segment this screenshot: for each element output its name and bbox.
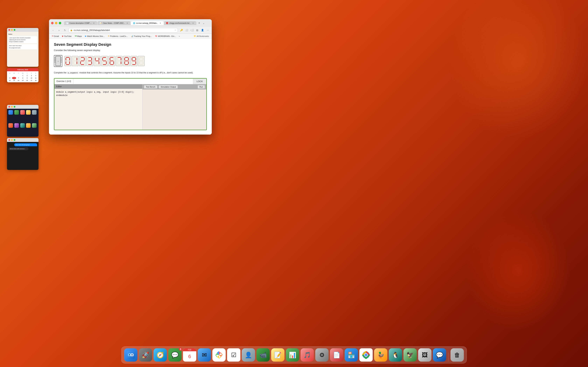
- refresh-button[interactable]: ↻: [63, 28, 67, 33]
- bookmark-leetcode[interactable]: ⚙ Problems - LeetCo...: [107, 35, 129, 38]
- tab-chegg[interactable]: C chegg.com/homework-hel... ✕: [164, 21, 196, 25]
- dock-numbers[interactable]: 📊: [286, 348, 299, 362]
- svg-rect-64: [121, 61, 121, 64]
- dock-contacts[interactable]: 👤: [242, 348, 255, 362]
- share-icon[interactable]: ↑⬜: [190, 28, 194, 33]
- output-toolbar: Test Bench Simulation Output Run: [142, 84, 206, 90]
- profile-icon[interactable]: 👤: [200, 28, 205, 33]
- svg-rect-56: [110, 61, 110, 64]
- calendar-thumbnail[interactable]: February 2023 S M T W T F S 1 2 3 4 5 6 …: [7, 68, 38, 82]
- svg-rect-14: [66, 61, 66, 64]
- tab-close-4[interactable]: ✕: [192, 22, 194, 24]
- all-bookmarks-button[interactable]: 📁 All Bookmarks: [193, 35, 210, 38]
- bookmark-movies[interactable]: ▶ Watch Movies Stre...: [84, 35, 106, 38]
- more-icon[interactable]: ⋯: [206, 28, 210, 33]
- dock-messages-blue[interactable]: 💬: [433, 348, 446, 362]
- exercise-header: Exercise 1 [4.0] LOCK: [54, 79, 206, 84]
- maximize-button[interactable]: [59, 22, 61, 24]
- bookmark-workbrain[interactable]: 🧠 WORKBRAIN - Em...: [154, 35, 177, 38]
- svg-rect-57: [113, 61, 114, 64]
- dock-system-prefs[interactable]: ⚙: [315, 348, 329, 362]
- dock-cyberduck-3[interactable]: 🦅: [404, 348, 417, 362]
- minimize-btn[interactable]: [11, 29, 13, 31]
- password-icon[interactable]: 🔑: [179, 28, 184, 33]
- traffic-lights: [51, 22, 61, 24]
- dock-stickies[interactable]: 📝: [271, 348, 285, 362]
- bookmark-icon[interactable]: ☆: [174, 29, 176, 31]
- tab-class-notes[interactable]: 📝 Class Notes - COMP-2002... ✕: [97, 21, 130, 25]
- close-button[interactable]: [51, 22, 53, 24]
- lock-button[interactable]: LOCK: [193, 79, 206, 84]
- editor-content[interactable]: module a_segment(output logic a_seg, inp…: [54, 89, 142, 130]
- svg-rect-41: [95, 61, 99, 61]
- tab-lab4[interactable]: 🌐 cs.mun.ca/wsgi_2003/labs... ✕: [131, 21, 164, 25]
- dock-reminders[interactable]: ☑: [227, 348, 241, 362]
- minimize-button[interactable]: [55, 22, 57, 24]
- svg-rect-75: [135, 58, 136, 60]
- dock-facetime[interactable]: 📹: [257, 348, 270, 362]
- notes-thumbnail[interactable]: Notes Lorem ipsum dolor sit amet consect…: [7, 28, 38, 67]
- bookmark-label: Problems - LeetCo...: [110, 35, 128, 37]
- bookmark-maps[interactable]: 🗺 Maps: [74, 35, 83, 38]
- dock-messages[interactable]: 💬 3: [168, 348, 182, 362]
- dock-cyberduck-1[interactable]: 🦆: [374, 348, 388, 362]
- svg-rect-26: [84, 58, 85, 60]
- svg-rect-21: [73, 61, 73, 64]
- dock-trash[interactable]: 🗑: [451, 348, 464, 362]
- tab-close-1[interactable]: ✕: [93, 22, 95, 24]
- tab-course-description[interactable]: 📄 Course description COMP ... ✕: [64, 21, 97, 25]
- svg-rect-38: [95, 57, 99, 58]
- dock-calendar[interactable]: FEB 6: [183, 348, 196, 362]
- bookmark-tracking[interactable]: 📊 Tracking Your Prog...: [130, 35, 153, 38]
- forward-button[interactable]: ›: [57, 28, 61, 33]
- bg-decoration-2: [466, 210, 571, 332]
- dock-photos[interactable]: [212, 348, 226, 362]
- sidebar-icon[interactable]: ▤: [195, 28, 199, 33]
- svg-rect-27: [81, 61, 84, 61]
- more-bookmarks-button[interactable]: »: [178, 35, 181, 38]
- tab-close-2[interactable]: ✕: [126, 22, 129, 24]
- dock-cyberduck-2[interactable]: 🐧: [389, 348, 402, 362]
- bookmark-gmail[interactable]: ✉ Gmail: [51, 35, 60, 38]
- svg-rect-69: [125, 61, 128, 61]
- seg-digit-3: [86, 56, 93, 66]
- url-bar[interactable]: 🔒 cs.mun.ca/wsgi_2003/labapp/labs/lab4 ☆: [69, 28, 178, 33]
- page-title: Seven Segment Display Design: [54, 42, 207, 47]
- tab-close-3[interactable]: ✕: [159, 22, 162, 24]
- maximize-btn[interactable]: [14, 29, 15, 31]
- dock-music[interactable]: 🎵: [301, 348, 314, 362]
- svg-rect-76: [132, 61, 135, 61]
- svg-rect-44: [95, 64, 99, 65]
- dock-launchpad[interactable]: 🚀: [139, 348, 152, 362]
- numbers-icon: 📊: [289, 351, 296, 359]
- messages-icon: 💬: [171, 351, 179, 359]
- editor-header: Editor: [54, 84, 142, 89]
- dock-pages[interactable]: 📄: [330, 348, 343, 362]
- dock-app-store[interactable]: 🏪: [345, 348, 358, 362]
- simulation-output-button[interactable]: Simulation Output: [159, 85, 178, 89]
- dock: 🚀 🧭 💬 3 FEB 6 ✉: [121, 346, 467, 364]
- page-description: Complete the a_segment module that contr…: [54, 71, 207, 75]
- chat-thumbnail[interactable]: Hey! How's the lab going? Almost done wi…: [7, 138, 38, 170]
- dock-safari[interactable]: 🧭: [154, 348, 167, 362]
- dock-mail[interactable]: ✉: [198, 348, 211, 362]
- bookmark-youtube[interactable]: ▶ YouTube: [61, 35, 73, 38]
- seg-digit-6: [109, 56, 115, 66]
- close-btn[interactable]: [9, 29, 10, 31]
- dock-preview[interactable]: 🖼: [418, 348, 432, 362]
- test-bench-button[interactable]: Test Bench: [144, 85, 157, 89]
- svg-rect-60: [117, 58, 118, 60]
- svg-rect-83: [140, 61, 143, 61]
- new-tab-button[interactable]: +: [197, 21, 202, 25]
- chrome-icon: [362, 351, 370, 359]
- seg-digit-9: [130, 56, 137, 66]
- tab-scroll-button[interactable]: ⌄: [202, 21, 206, 25]
- back-button[interactable]: ‹: [51, 28, 55, 33]
- facetime-icon: 📹: [259, 351, 267, 359]
- svg-rect-65: [118, 64, 121, 65]
- app-grid-thumbnail[interactable]: [7, 105, 38, 137]
- dock-finder[interactable]: [124, 348, 138, 362]
- reader-icon[interactable]: ⬜: [184, 28, 189, 33]
- dock-chrome[interactable]: [359, 348, 373, 362]
- run-button[interactable]: Run: [198, 85, 205, 89]
